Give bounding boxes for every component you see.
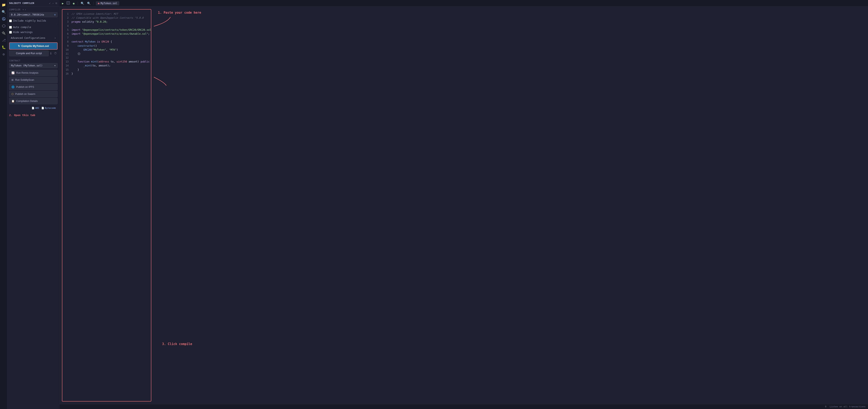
auto-compile-label[interactable]: Auto compile — [13, 26, 31, 29]
compiler-section: COMPILER + ↑ 0.8.28+commit.7893614a ⊙ In… — [7, 7, 59, 60]
deploy-icon[interactable] — [1, 23, 7, 29]
compilation-details-button[interactable]: 📋 Compilation Details — [9, 98, 58, 104]
code-panel[interactable]: 1 2 3 4 5 6 7 8 9 10 11 12 13 14 15 16 /… — [62, 9, 151, 402]
ipfs-icon: 🌐 — [11, 86, 14, 89]
chevron-icon[interactable]: › — [52, 1, 54, 5]
zoom-out-icon[interactable]: 🔍 — [80, 1, 85, 5]
transaction-count: 0 — [825, 405, 827, 408]
code-line-6: import "@openzeppelin/contracts/access/O… — [71, 32, 149, 36]
icon-bar: 📁 🔍 🔌 ⎇ 🐛 ⚙ — [0, 0, 7, 409]
code-line-10: ERC20("MyToken", "MTK") — [71, 48, 149, 52]
publish-swarm-button[interactable]: ⬡ Publish on Swarm — [9, 91, 58, 97]
compile-run-button[interactable]: Compile and Run script — [9, 50, 49, 56]
upload-compiler-icon[interactable]: ↑ — [25, 8, 26, 11]
toggle-icon[interactable]: ◉ — [72, 1, 75, 5]
sidebar-header: SOLIDITY COMPILER ✓ › ⊡ — [7, 0, 59, 7]
listen-transactions[interactable]: Listen on all transactions — [830, 405, 866, 408]
hide-warnings-row: Hide warnings — [9, 30, 58, 34]
code-line-16: } — [71, 72, 149, 76]
code-line-5: import "@openzeppelin/contracts/token/ER… — [71, 28, 149, 32]
contract-section: CONTRACT MyToken (MyToken.sol) ▾ 📈 Run R… — [7, 60, 59, 111]
code-line-7 — [71, 36, 149, 40]
sidebar: SOLIDITY COMPILER ✓ › ⊡ COMPILER + ↑ 0.8… — [7, 0, 59, 409]
file-tab-label: MyToken.sol — [101, 2, 117, 5]
open-tab-annotation: 2. Open this tab — [7, 111, 59, 117]
search-icon[interactable]: 🔍 — [1, 9, 7, 15]
bytecode-icon: 📄 — [41, 107, 44, 109]
debug-icon[interactable]: 🐛 — [1, 44, 7, 50]
nightly-builds-checkbox[interactable] — [9, 20, 12, 22]
hide-warnings-checkbox[interactable] — [9, 31, 12, 34]
annotation-area: 1. Paste your code here 3. Click compile — [154, 7, 868, 404]
run-solidity-scan-button[interactable]: ⊞ Run SolidityScan — [9, 77, 58, 83]
version-indicator: ⊙ — [54, 13, 56, 16]
auto-compile-checkbox[interactable] — [9, 26, 12, 29]
file-tab[interactable]: ● MyToken.sol — [96, 1, 119, 5]
checkmark-icon[interactable]: ✓ — [49, 1, 51, 5]
main-area: ▶ ◉ 🔍 🔍 ● MyToken.sol 1 2 3 4 5 6 — [59, 0, 868, 409]
line-numbers: 1 2 3 4 5 6 7 8 9 10 11 12 13 14 15 16 — [62, 9, 70, 78]
maximize-icon[interactable]: ⊡ — [55, 1, 58, 5]
code-editor[interactable]: // SPDX-License-Identifier: MIT // Compa… — [70, 9, 151, 401]
abi-link[interactable]: 📄 ABI — [32, 107, 39, 109]
compilation-details-icon: 📋 — [11, 100, 14, 103]
code-line-1: // SPDX-License-Identifier: MIT — [71, 12, 149, 16]
run-remix-analysis-button[interactable]: 📈 Run Remix Analysis — [9, 70, 58, 76]
toolbar-divider-1 — [78, 2, 78, 5]
code-line-11: {} — [71, 52, 149, 56]
nightly-builds-label[interactable]: Include nightly builds — [13, 19, 46, 22]
code-line-4 — [71, 24, 149, 28]
compile-clock-icon[interactable]: ⏱ — [53, 51, 58, 56]
status-bar: 0 Listen on all transactions — [59, 404, 868, 409]
compile-run-row: Compile and Run script ℹ ⏱ — [9, 50, 58, 56]
advanced-configurations[interactable]: Advanced Configurations › — [9, 35, 58, 41]
code-line-15: } — [71, 68, 149, 72]
file-dot: ● — [98, 2, 99, 5]
compiler-label: COMPILER + ↑ — [9, 8, 58, 11]
divider-1 — [9, 24, 58, 24]
zoom-in-icon[interactable]: 🔍 — [86, 1, 91, 5]
solidity-scan-icon: ⊞ — [11, 78, 13, 81]
compile-button[interactable]: ↻ Compile MyToken.sol — [9, 42, 58, 49]
compile-info-icon[interactable]: ℹ — [50, 51, 52, 56]
run-script-icon[interactable] — [66, 1, 71, 6]
sidebar-header-icons: ✓ › ⊡ — [49, 1, 58, 5]
editor-toolbar: ▶ ◉ 🔍 🔍 ● MyToken.sol — [59, 0, 868, 7]
git-icon[interactable]: ⎇ — [1, 37, 7, 43]
compiler-label-icons: + ↑ — [23, 8, 26, 11]
remix-analysis-icon: 📈 — [11, 71, 14, 74]
code-line-8: contract MyToken is ERC20 { — [71, 40, 149, 44]
add-compiler-icon[interactable]: + — [23, 8, 24, 11]
chevron-right-icon: › — [55, 37, 56, 39]
contract-selector[interactable]: MyToken (MyToken.sol) ▾ — [9, 63, 58, 68]
click-compile-annotation: 3. Click compile — [162, 342, 192, 346]
plugin-icon[interactable]: 🔌 — [1, 30, 7, 36]
refresh-icon: ↻ — [18, 44, 20, 47]
hide-warnings-label[interactable]: Hide warnings — [13, 31, 33, 34]
code-line-14: _mint(to, amount); — [71, 64, 149, 68]
solidity-compiler-icon[interactable] — [1, 16, 7, 22]
play-icon[interactable]: ▶ — [61, 1, 64, 5]
code-line-3: pragma solidity ^0.8.20; — [71, 20, 149, 24]
code-line-13: function mint(address to, uint256 amount… — [71, 60, 149, 64]
code-line-2: // Compatible with OpenZeppelin Contract… — [71, 16, 149, 20]
code-line-12 — [71, 56, 149, 60]
auto-compile-row: Auto compile — [9, 25, 58, 29]
sidebar-title: SOLIDITY COMPILER — [9, 2, 34, 5]
version-selector[interactable]: 0.8.28+commit.7893614a ⊙ — [9, 12, 58, 17]
paste-annotation: 1. Paste your code here — [158, 11, 201, 14]
code-line-9: constructor() — [71, 44, 149, 48]
editor-content: 1 2 3 4 5 6 7 8 9 10 11 12 13 14 15 16 /… — [59, 7, 868, 404]
bytecode-link[interactable]: 📄 Bytecode — [41, 107, 56, 109]
abi-icon: 📄 — [32, 107, 34, 109]
settings-icon[interactable]: ⚙ — [1, 51, 7, 57]
bottom-links: 📄 ABI 📄 Bytecode — [9, 105, 58, 109]
annotation-arrows — [154, 7, 868, 404]
publish-ipfs-button[interactable]: 🌐 Publish on IPFS — [9, 84, 58, 90]
swarm-icon: ⬡ — [11, 93, 13, 96]
contract-chevron-icon: ▾ — [54, 64, 56, 67]
file-explorer-icon[interactable]: 📁 — [1, 2, 7, 8]
contract-label: CONTRACT — [9, 60, 58, 62]
nightly-builds-row: Include nightly builds — [9, 19, 58, 23]
